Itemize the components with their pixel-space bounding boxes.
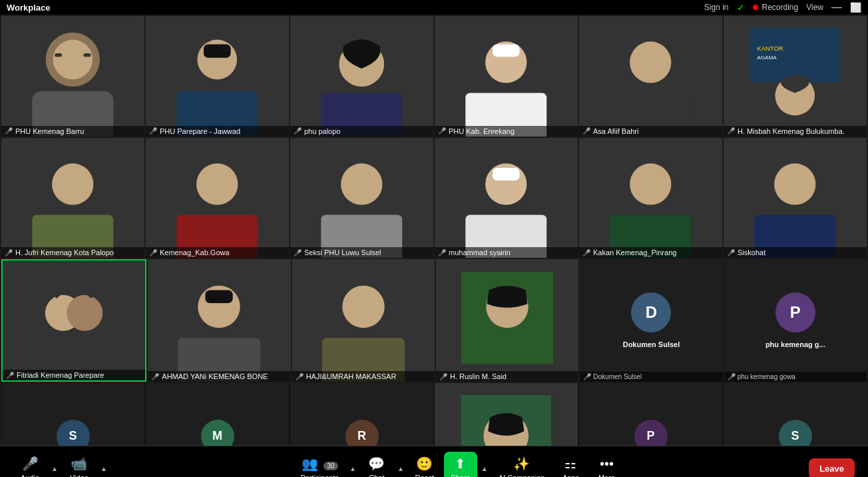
avatar-cell-21[interactable]: R Rafieq.Bone 🎤 Rafieq.Bone bbox=[290, 383, 433, 446]
avatar-cell-20[interactable]: M Muna PHU Enre... 🎤 Muna PHU Enrekang bbox=[146, 383, 289, 446]
share-button[interactable]: ⬆ Share bbox=[444, 452, 477, 477]
participant-name-6: H. Misbah Kemenag Bulukumba. bbox=[738, 127, 845, 135]
mic-icon-11: 🎤 bbox=[582, 249, 590, 256]
participant-cell-6[interactable]: KANTOR AGAMA 🎤 H. Misbah Kemenag Bulukum… bbox=[724, 16, 867, 137]
signin-link[interactable]: Sign in bbox=[704, 3, 729, 12]
participant-cell-12[interactable]: 🎤 Siskohat bbox=[724, 138, 867, 258]
avatar-name-18: phu kemenag g... bbox=[765, 340, 825, 348]
topbar: Workplace Sign in ✓ Recording View — ⬜ bbox=[0, 0, 868, 15]
apps-button[interactable]: ⚏ Apps bbox=[554, 452, 587, 477]
participant-cell-3[interactable]: 🎤 phu palopo bbox=[290, 16, 433, 137]
svg-point-28 bbox=[630, 163, 671, 205]
app-logo: Workplace bbox=[7, 3, 51, 13]
mic-icon-15: 🎤 bbox=[296, 373, 304, 380]
participant-cell-1[interactable]: 🎤 PHU Kemenag Barru bbox=[1, 16, 144, 137]
participant-cell-10[interactable]: 🎤 muhammad syairin bbox=[435, 138, 578, 258]
participant-cell-18[interactable]: P phu kemenag g... 🎤 phu kemenag gowa bbox=[724, 259, 867, 382]
avatar-21: R bbox=[345, 420, 379, 446]
avatar-row-1: S Sudirman (PHU... 🎤 Sudirman (PHU Toraj… bbox=[1, 383, 867, 446]
participant-name-16: H. Ruslin M. Said bbox=[450, 372, 507, 380]
participants-button[interactable]: 👥 30 Participants bbox=[294, 452, 345, 477]
participant-cell-4[interactable]: 🎤 PHU Kab. Enrekang bbox=[435, 16, 578, 137]
recording-dot bbox=[753, 5, 758, 10]
chat-chevron[interactable]: ▲ bbox=[396, 464, 405, 474]
avatar-name-17: Dokumen Sulsel bbox=[623, 340, 680, 348]
mic-icon-3: 🎤 bbox=[294, 127, 302, 135]
participant-cell-2[interactable]: 🎤 PHU Parepare - Jawwad bbox=[146, 16, 289, 137]
avatar-20: M bbox=[201, 420, 234, 446]
participant-cell-15[interactable]: 🎤 HAJI&UMRAH MAKASSAR bbox=[292, 259, 435, 382]
mic-icon-12: 🎤 bbox=[727, 249, 735, 256]
svg-point-19 bbox=[52, 163, 93, 205]
avatar-cell-19[interactable]: S Sudirman (PHU... 🎤 Sudirman (PHU Toraj… bbox=[1, 383, 144, 446]
participant-label-6: 🎤 H. Misbah Kemenag Bulukumba. bbox=[724, 126, 867, 137]
video-button[interactable]: 📹 Video bbox=[63, 452, 96, 477]
participant-label-4: 🎤 PHU Kab. Enrekang bbox=[435, 126, 578, 137]
avatar-sub-18: 🎤 phu kemenag gowa bbox=[724, 372, 867, 382]
participant-name-7: H. Jufri Kemenag Kota Palopo bbox=[15, 248, 114, 256]
topbar-left: Workplace bbox=[7, 3, 51, 13]
svg-rect-6 bbox=[204, 44, 231, 57]
topbar-maximize[interactable]: ⬜ bbox=[850, 2, 861, 13]
react-button[interactable]: 🙂 React bbox=[408, 452, 441, 477]
participant-label-5: 🎤 Asa Afiif Bahri bbox=[579, 126, 722, 137]
more-button[interactable]: ••• More bbox=[590, 452, 623, 478]
audio-chevron[interactable]: ▲ bbox=[50, 464, 59, 474]
recording-label: Recording bbox=[762, 3, 799, 12]
video-icon: 📹 bbox=[71, 456, 87, 472]
audio-button[interactable]: 🎤 Audio bbox=[13, 452, 47, 477]
svg-rect-11 bbox=[493, 44, 520, 57]
participant-name-3: phu palopo bbox=[304, 127, 340, 135]
participant-cell-16[interactable]: 🎤 H. Ruslin M. Said bbox=[436, 259, 578, 382]
participant-name-15: HAJI&UMRAH MAKASSAR bbox=[306, 372, 397, 380]
video-row-1: 🎤 PHU Kemenag Barru 🎤 PHU Parepare - Jaw… bbox=[1, 16, 867, 137]
toolbar: 🎤 Audio ▲ 📹 Video ▲ 👥 30 Participants ▲ … bbox=[0, 446, 868, 477]
participant-name-5: Asa Afiif Bahri bbox=[593, 127, 638, 135]
toolbar-center: 👥 30 Participants ▲ 💬 Chat ▲ 🙂 React ⬆ S… bbox=[108, 452, 809, 477]
participant-label-1: 🎤 PHU Kemenag Barru bbox=[1, 126, 144, 137]
mic-icon-4: 🎤 bbox=[438, 127, 446, 135]
participant-label-12: 🎤 Siskohat bbox=[724, 247, 867, 258]
ai-companion-button[interactable]: ✨ AI Companion bbox=[492, 452, 552, 477]
participant-cell-13[interactable]: 🎤 Fitriadi Kemenag Parepare bbox=[1, 259, 146, 382]
avatar-cell-22[interactable]: 🎤 SISKOHAT MAROS bbox=[435, 383, 578, 446]
avatar-cell-24[interactable]: S SISKOHAT TAKA... 🎤 SISKOHAT TAKALAR bbox=[724, 383, 867, 446]
svg-point-23 bbox=[341, 163, 382, 205]
participants-chevron[interactable]: ▲ bbox=[348, 464, 357, 474]
participant-cell-5[interactable]: 🎤 Asa Afiif Bahri bbox=[579, 16, 722, 137]
topbar-dash[interactable]: — bbox=[831, 1, 842, 13]
avatar-23: P bbox=[634, 420, 668, 446]
svg-point-13 bbox=[630, 41, 671, 83]
avatar-24: S bbox=[779, 420, 812, 446]
chat-button[interactable]: 💬 Chat bbox=[360, 452, 393, 477]
participant-cell-11[interactable]: 🎤 Kakan Kemenag_Pinrang bbox=[579, 138, 722, 258]
share-chevron[interactable]: ▲ bbox=[480, 464, 489, 474]
participant-cell-17[interactable]: D Dokumen Sulsel 🎤 Dokumen Sulsel bbox=[580, 259, 722, 382]
mic-icon-6: 🎤 bbox=[727, 127, 735, 135]
recording-indicator: Recording bbox=[753, 3, 799, 12]
share-icon: ⬆ bbox=[455, 456, 466, 472]
avatar-cell-23[interactable]: P PHU KAB. SINJA... 🎤 PHU KAB. SINJAI, S… bbox=[579, 383, 722, 446]
participant-label-9: 🎤 Seksi PHU Luwu Sulsel bbox=[290, 247, 433, 258]
leave-button[interactable]: Leave bbox=[809, 458, 855, 477]
mic-icon-1: 🎤 bbox=[5, 127, 13, 135]
audio-icon: 🎤 bbox=[22, 456, 39, 472]
participant-label-14: 🎤 AHMAD YANi KEMENAG BONE bbox=[148, 371, 290, 382]
participant-cell-8[interactable]: 🎤 Kemenag_Kab.Gowa bbox=[146, 138, 289, 258]
more-icon: ••• bbox=[600, 456, 614, 472]
participant-cell-14[interactable]: 🎤 AHMAD YANi KEMENAG BONE bbox=[148, 259, 290, 382]
ai-label: AI Companion bbox=[499, 474, 545, 477]
svg-point-2 bbox=[53, 40, 93, 80]
participants-label: Participants bbox=[301, 474, 339, 477]
svg-rect-3 bbox=[55, 53, 62, 57]
participant-label-2: 🎤 PHU Parepare - Jawwad bbox=[146, 126, 289, 137]
video-label: Video bbox=[70, 474, 89, 477]
participant-cell-9[interactable]: 🎤 Seksi PHU Luwu Sulsel bbox=[290, 138, 433, 258]
participant-cell-7[interactable]: 🎤 H. Jufri Kemenag Kota Palopo bbox=[1, 138, 144, 258]
avatar-sub-17: 🎤 Dokumen Sulsel bbox=[580, 372, 722, 382]
mic-icon-10: 🎤 bbox=[438, 249, 446, 256]
participant-name-4: PHU Kab. Enrekang bbox=[449, 127, 515, 135]
view-label[interactable]: View bbox=[806, 3, 823, 12]
topbar-right: Sign in ✓ Recording View — ⬜ bbox=[704, 1, 861, 13]
video-chevron[interactable]: ▲ bbox=[99, 464, 108, 474]
